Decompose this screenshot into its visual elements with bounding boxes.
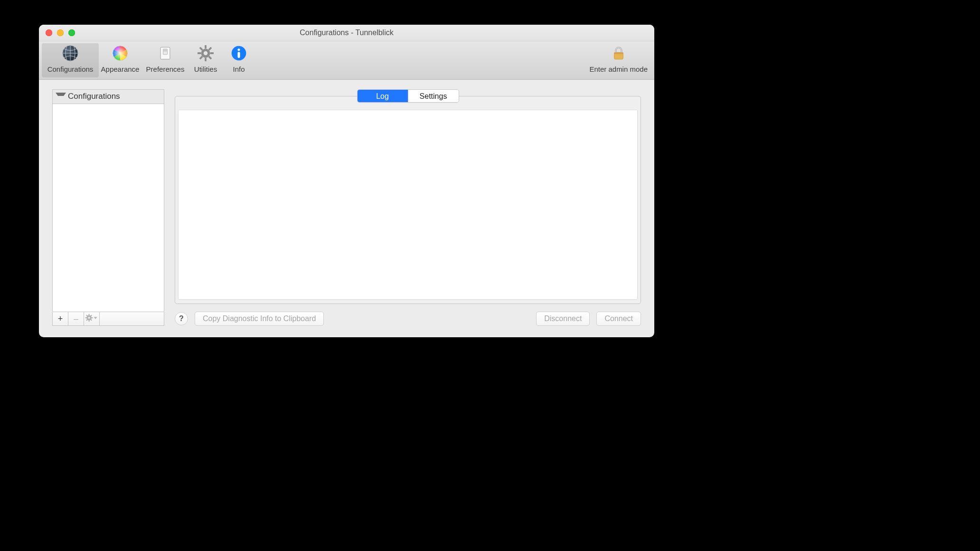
svg-point-17 [237,48,240,51]
svg-rect-10 [210,52,214,54]
app-window: Configurations - Tunnelblick Configurati… [39,25,654,337]
svg-rect-8 [205,58,207,62]
toolbar: Configurations [39,41,654,80]
toolbar-info[interactable]: Info [222,43,255,77]
gear-icon [197,44,215,62]
configurations-group-header[interactable]: Configurations [53,90,164,104]
window-body: Configurations + – [39,77,654,337]
minimize-window-button[interactable] [57,29,64,36]
toolbar-utilities[interactable]: Utilities [189,43,222,77]
toolbar-label: Utilities [194,65,217,73]
configuration-actions-button[interactable] [84,312,100,325]
network-globe-icon [61,44,79,62]
minus-icon: – [74,314,78,324]
toolbar-preferences[interactable]: Preferences [141,43,189,77]
svg-point-15 [204,51,208,56]
button-label: Disconnect [544,314,582,323]
remove-configuration-button[interactable]: – [68,312,84,325]
configurations-group-label: Configurations [68,92,120,101]
bottom-button-row: ? Copy Diagnostic Info to Clipboard Disc… [175,312,641,326]
tab-switcher: Log Settings [175,89,641,103]
toolbar-label: Configurations [47,65,94,73]
titlebar: Configurations - Tunnelblick [39,25,654,41]
lock-icon [610,44,628,62]
sidebar: Configurations + – [52,89,164,326]
gear-dropdown-icon [85,314,98,324]
tab-label: Log [376,92,389,101]
sidebar-toolbar: + – [52,312,164,326]
add-configuration-button[interactable]: + [53,312,68,325]
traffic-lights [46,29,75,36]
info-icon [230,44,248,62]
toolbar-label: Info [233,65,245,73]
toolbar-label: Appearance [101,65,140,73]
tab-content [175,96,641,304]
svg-rect-20 [614,52,623,54]
configurations-list-body [53,104,164,312]
connect-button[interactable]: Connect [596,312,641,326]
toolbar-appearance[interactable]: Appearance [99,43,141,77]
svg-rect-25 [91,317,93,318]
svg-point-30 [88,317,90,319]
tab-label: Settings [420,92,447,101]
disconnect-button[interactable]: Disconnect [536,312,590,326]
main-panel: Log Settings ? Copy Diagnostic Info to C… [175,89,641,326]
button-label: Copy Diagnostic Info to Clipboard [203,314,316,323]
close-window-button[interactable] [46,29,52,36]
help-button[interactable]: ? [175,312,188,325]
svg-rect-22 [89,314,90,315]
toolbar-configurations[interactable]: Configurations [42,43,99,77]
tab-settings[interactable]: Settings [408,90,459,102]
color-wheel-icon [111,44,129,62]
window-title: Configurations - Tunnelblick [39,28,654,37]
plus-icon: + [58,314,63,324]
svg-rect-9 [198,52,201,54]
button-label: Connect [604,314,633,323]
svg-rect-7 [205,45,207,49]
enter-admin-mode-button[interactable]: Enter admin mode [585,43,651,77]
disclosure-triangle-icon [56,93,66,102]
log-textview[interactable] [178,110,638,300]
tab-log[interactable]: Log [358,90,408,102]
copy-diagnostic-info-button[interactable]: Copy Diagnostic Info to Clipboard [195,312,324,326]
switch-panel-icon [156,44,174,62]
svg-rect-18 [237,52,240,58]
svg-rect-24 [85,317,87,318]
admin-label: Enter admin mode [589,65,648,73]
zoom-window-button[interactable] [68,29,75,36]
configurations-list[interactable]: Configurations [52,89,164,312]
toolbar-label: Preferences [146,65,185,73]
sidebar-toolbar-spacer [100,312,164,325]
question-mark-icon: ? [179,314,184,323]
svg-rect-5 [163,49,168,51]
svg-rect-23 [89,320,90,322]
